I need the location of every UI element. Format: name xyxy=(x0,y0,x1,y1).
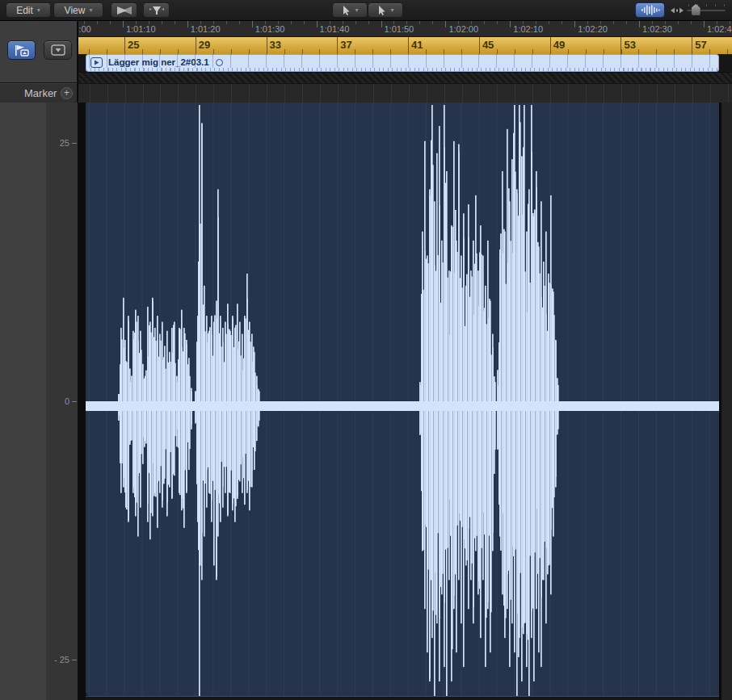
crossfade-tool-button[interactable] xyxy=(111,2,137,18)
marker-lane-beat-line xyxy=(568,84,569,103)
marker-lane-beat-line xyxy=(621,84,622,103)
marker-lane-beat-line xyxy=(373,84,374,103)
beat-ruler-bar-line xyxy=(408,37,409,54)
region-beat-line xyxy=(656,54,657,68)
primary-tool-button[interactable]: ▾ xyxy=(332,2,368,18)
waveform-zoom-button[interactable] xyxy=(635,2,665,18)
marker-lane[interactable] xyxy=(78,83,732,103)
time-ruler-major-tick xyxy=(252,21,253,27)
secondary-tool-button[interactable]: ▾ xyxy=(368,2,403,18)
amplitude-axis-label: 0 xyxy=(65,396,69,406)
marker-flag-button[interactable] xyxy=(7,40,36,60)
marker-lane-beat-line xyxy=(267,84,267,103)
region-beat-line xyxy=(177,54,178,68)
time-ruler-label: 1:01:50 xyxy=(385,24,414,34)
amplitude-axis-label: 25 xyxy=(60,138,69,148)
edit-menu-label: Edit xyxy=(16,5,33,16)
beat-ruler-label: 33 xyxy=(270,39,281,51)
time-ruler-major-tick xyxy=(510,21,511,27)
time-ruler[interactable]: 1:01:001:01:101:01:201:01:301:01:401:01:… xyxy=(78,21,732,37)
marker-lane-beat-line xyxy=(213,84,214,103)
h-zoom-icon xyxy=(671,6,684,15)
time-ruler-label: 1:02:30 xyxy=(642,24,672,34)
marker-lane-beat-line xyxy=(692,84,693,103)
region-beat-line xyxy=(621,54,621,68)
filter-tool-button[interactable] xyxy=(143,2,170,18)
amplitude-axis: 250- 25 xyxy=(46,103,78,700)
amplitude-axis-label: - 25 xyxy=(54,655,69,664)
time-ruler-minor-tick xyxy=(291,21,292,24)
marker-lane-beat-line xyxy=(178,84,179,103)
marker-lane-beat-line xyxy=(515,84,515,103)
time-ruler-minor-tick xyxy=(110,21,111,24)
time-ruler-minor-tick xyxy=(432,21,433,24)
chevron-down-icon: ▾ xyxy=(37,6,40,14)
time-ruler-minor-tick xyxy=(149,21,149,24)
time-ruler-minor-tick xyxy=(613,21,614,24)
pointer-icon xyxy=(377,5,386,16)
time-ruler-label: 1:02:40 xyxy=(707,24,732,34)
chevron-down-icon: ▾ xyxy=(390,6,393,14)
time-ruler-minor-tick xyxy=(239,21,240,24)
waveform-canvas xyxy=(86,103,719,696)
marker-lane-beat-line xyxy=(107,84,108,103)
region-beat-line xyxy=(284,54,284,68)
time-ruler-label: 1:01:40 xyxy=(320,24,350,34)
region-beat-line xyxy=(107,54,107,68)
time-ruler-minor-tick xyxy=(84,21,85,24)
audio-file-editor: Edit ▾ View ▾ ▾ xyxy=(0,0,732,700)
time-ruler-label: 1:01:10 xyxy=(126,24,156,34)
zoom-slider-track[interactable] xyxy=(687,9,726,11)
beat-ruler-bar-line xyxy=(196,37,196,54)
beat-ruler[interactable]: 252933374145495357 xyxy=(78,37,732,54)
editor-left-gutter xyxy=(0,103,46,700)
marker-lane-beat-line xyxy=(320,84,321,103)
add-marker-button[interactable]: + xyxy=(61,87,73,99)
time-ruler-minor-tick xyxy=(393,21,394,24)
beat-ruler-label: 57 xyxy=(695,39,706,51)
time-ruler-minor-tick xyxy=(678,21,679,24)
marker-lane-beat-line xyxy=(444,84,445,103)
edit-menu-button[interactable]: Edit ▾ xyxy=(6,2,51,18)
beat-ruler-bar-line xyxy=(124,37,125,54)
marker-lane-beat-line xyxy=(710,84,711,103)
time-ruler-minor-tick xyxy=(406,21,407,24)
lane-separator xyxy=(78,72,732,83)
region-beat-line xyxy=(372,54,373,68)
region-beat-line xyxy=(444,54,444,68)
marker-lane-beat-line xyxy=(479,84,480,103)
editor-right-gutter[interactable] xyxy=(719,103,732,700)
region-beat-line xyxy=(514,54,515,68)
beat-ruler-label: 37 xyxy=(340,39,351,51)
beat-ruler-label: 53 xyxy=(624,39,635,51)
editor-header-panel xyxy=(0,21,77,82)
beat-ruler-label: 25 xyxy=(128,39,139,51)
marker-lane-beat-line xyxy=(657,84,658,103)
time-ruler-minor-tick xyxy=(600,21,601,24)
view-menu-button[interactable]: View ▾ xyxy=(53,2,103,18)
time-ruler-minor-tick xyxy=(330,21,330,24)
view-menu-label: View xyxy=(65,5,86,16)
time-ruler-label: 1:01:30 xyxy=(255,24,285,34)
marker-lane-beat-line xyxy=(302,84,303,103)
marker-lane-beat-line xyxy=(160,84,161,103)
region-beat-line xyxy=(230,54,231,68)
marker-lane-beat-line xyxy=(497,84,498,103)
region-beat-line xyxy=(89,54,90,68)
time-ruler-minor-tick xyxy=(278,21,279,24)
disclosure-button[interactable] xyxy=(44,40,72,60)
audio-region[interactable]: Lägger mig ner_2#03.1 xyxy=(86,54,719,72)
time-ruler-minor-tick xyxy=(136,21,137,24)
beat-ruler-label: 45 xyxy=(482,39,494,51)
beat-ruler-label: 29 xyxy=(199,39,210,51)
waveform-display[interactable] xyxy=(86,103,719,696)
region-beat-line xyxy=(549,54,550,68)
marker-track-label: Marker xyxy=(24,87,57,99)
time-ruler-minor-tick xyxy=(304,21,305,24)
region-prelisten-button[interactable] xyxy=(90,57,103,68)
region-beat-line xyxy=(266,54,267,68)
box-chevron-down-icon xyxy=(51,44,65,56)
loop-icon xyxy=(216,59,223,66)
time-ruler-minor-tick xyxy=(549,21,549,24)
marker-lane-beat-line xyxy=(355,84,356,103)
